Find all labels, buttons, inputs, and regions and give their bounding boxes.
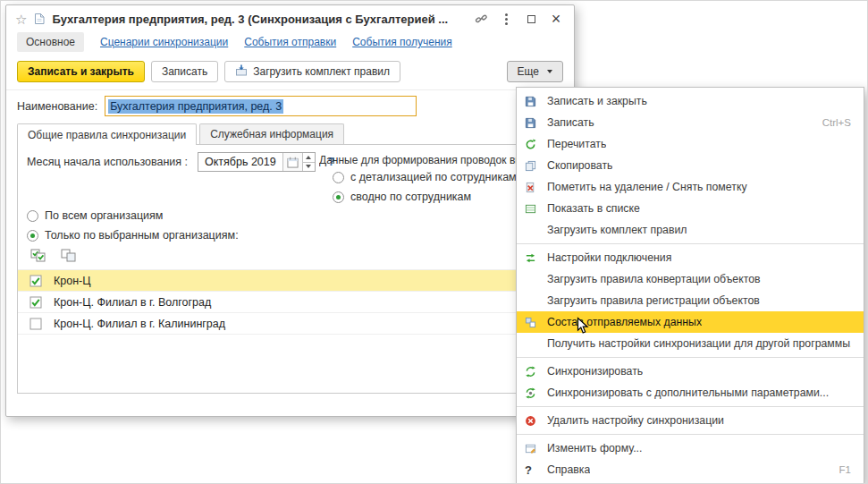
maximize-icon[interactable] (522, 10, 540, 28)
org-list: Крон-Ц Крон-Ц. Филиал в г. Волгоград Кро… (18, 269, 562, 335)
menu-item-label: Получить настройки синхронизации для дру… (547, 337, 851, 350)
more-actions-icon[interactable] (497, 10, 515, 28)
nav-bar: Основное Сценарии синхронизации События … (6, 30, 574, 57)
menu-item-label: Загрузить правила регистрации объектов (547, 294, 760, 307)
menu-item-synchronize[interactable]: Синхронизировать (517, 361, 864, 382)
menu-item-sent-data-composition[interactable]: Состав отправляемых данных (517, 311, 864, 333)
menu-item-label: Пометить на удаление / Снять пометку (547, 181, 747, 193)
name-value-selected: Бухгалтерия предприятия, ред. 3 (108, 99, 283, 114)
uncheck-all-button[interactable] (57, 246, 79, 264)
name-input[interactable]: Бухгалтерия предприятия, ред. 3 (105, 96, 417, 116)
tab-service-info[interactable]: Служебная информация (199, 123, 344, 144)
radio-detailed[interactable]: с детализацией по сотрудникам (333, 171, 517, 183)
menu-item-label: Настройки подключения (547, 251, 671, 264)
menu-item-edit-form[interactable]: Изменить форму... (517, 437, 864, 459)
tabs: Общие правила синхронизации Служебная ин… (6, 122, 574, 144)
mouse-cursor (577, 317, 591, 335)
radio-selected-orgs-label: Только по выбранным организациям: (45, 229, 239, 242)
org-row[interactable]: Крон-Ц. Филиал в г. Калининград (18, 313, 562, 335)
sync-settings-window: ☆ Бухгалтерия предприятия, ред. 3 (Синхр… (5, 4, 575, 417)
menu-item-save[interactable]: Записать Ctrl+S (517, 112, 864, 133)
save-button[interactable]: Записать (151, 61, 218, 82)
tab-general-rules[interactable]: Общие правила синхронизации (17, 123, 197, 145)
edit-form-icon (525, 441, 540, 455)
menu-item-label: Показать в списке (547, 202, 640, 215)
org-row[interactable]: Крон-Ц. Филиал в г. Волгоград (18, 292, 562, 313)
menu-item-label: Загрузить правила конвертации объектов (547, 273, 761, 285)
menu-item-label: Состав отправляемых данных (547, 316, 702, 328)
favorite-star-icon[interactable]: ☆ (15, 13, 27, 26)
no-icon (525, 272, 540, 286)
menu-item-mark-deletion[interactable]: Пометить на удаление / Снять пометку (517, 176, 864, 198)
name-label: Наименование: (17, 100, 97, 113)
menu-item-label: Перечитать (547, 138, 606, 150)
radio-selected-icon (333, 191, 344, 203)
general-rules-panel: Месяц начала использования : Октябрь 201… (17, 144, 563, 394)
menu-item-reread[interactable]: Перечитать (517, 133, 864, 155)
menu-item-load-conversion-rules[interactable]: Загрузить правила конвертации объектов (517, 268, 864, 290)
radio-all-orgs-label: По всем организациям (45, 209, 163, 222)
radio-selected-orgs[interactable]: Только по выбранным организациям: (27, 229, 239, 242)
more-button[interactable]: Еще (507, 61, 563, 82)
menu-item-label: Синхронизировать с дополнительными парам… (547, 386, 829, 399)
shortcut-label: Ctrl+S (812, 117, 851, 128)
menu-item-label: Загрузить комплект правил (547, 224, 687, 236)
nav-sync-scenarios[interactable]: Сценарии синхронизации (100, 36, 228, 48)
help-icon: ? (525, 463, 540, 477)
save-icon (525, 94, 540, 108)
menu-separator (517, 406, 864, 407)
menu-item-label: Удалить настройку синхронизации (547, 414, 724, 427)
radio-summary[interactable]: сводно по сотрудникам (333, 191, 471, 203)
more-menu: Записать и закрыть Записать Ctrl+S Переч… (516, 87, 864, 484)
checkbox-checked-icon[interactable] (29, 296, 42, 309)
sync-params-icon (525, 386, 540, 400)
spinner-down-icon[interactable] (303, 163, 315, 172)
menu-item-save-close[interactable]: Записать и закрыть (517, 90, 864, 112)
checkbox-unchecked-icon[interactable] (29, 318, 42, 330)
name-row: Наименование: Бухгалтерия предприятия, р… (6, 90, 574, 122)
month-value: Октябрь 2019 (198, 153, 282, 171)
save-close-button[interactable]: Записать и закрыть (17, 61, 145, 82)
list-icon (525, 201, 540, 216)
copy-icon (525, 158, 540, 173)
month-input[interactable]: Октябрь 2019 (198, 152, 316, 172)
more-button-label: Еще (518, 65, 539, 78)
menu-item-connection-settings[interactable]: Настройки подключения (517, 247, 864, 268)
get-link-icon[interactable] (472, 10, 490, 28)
shortcut-label: F1 (829, 464, 851, 475)
nav-send-events[interactable]: События отправки (244, 36, 336, 48)
menu-item-label: Справка (547, 463, 590, 476)
load-rules-button[interactable]: Загрузить комплект правил (224, 61, 400, 82)
menu-item-show-in-list[interactable]: Показать в списке (517, 198, 864, 219)
spinner-up-icon[interactable] (303, 153, 315, 163)
menu-item-help[interactable]: ? Справка F1 (517, 459, 864, 480)
nav-receive-events[interactable]: События получения (352, 36, 452, 48)
load-rules-icon (235, 64, 248, 79)
menu-item-load-rules[interactable]: Загрузить комплект правил (517, 219, 864, 241)
checkbox-checked-icon[interactable] (29, 275, 42, 287)
nav-main[interactable]: Основное (17, 32, 84, 52)
load-rules-label: Загрузить комплект правил (253, 65, 390, 78)
menu-item-synchronize-params[interactable]: Синхронизировать с дополнительными парам… (517, 382, 864, 403)
org-name: Крон-Ц. Филиал в г. Калининград (54, 318, 225, 330)
menu-item-label: Скопировать (547, 159, 612, 172)
menu-item-delete-sync-setting[interactable]: Удалить настройку синхронизации (517, 410, 864, 431)
menu-separator (517, 243, 864, 244)
org-name: Крон-Ц (54, 275, 91, 287)
check-all-button[interactable] (27, 246, 48, 264)
document-icon (34, 13, 45, 25)
close-icon[interactable]: × (547, 10, 565, 28)
menu-item-copy[interactable]: Скопировать (517, 155, 864, 176)
radio-all-orgs[interactable]: По всем организациям (27, 209, 163, 222)
save-icon (525, 115, 540, 130)
menu-item-get-sync-settings[interactable]: Получить настройки синхронизации для дру… (517, 333, 864, 354)
calendar-icon[interactable] (282, 153, 302, 171)
radio-selected-icon (27, 230, 38, 242)
menu-item-load-registration-rules[interactable]: Загрузить правила регистрации объектов (517, 290, 864, 311)
connection-icon (525, 250, 540, 265)
org-row[interactable]: Крон-Ц (18, 270, 562, 292)
month-spinner[interactable] (302, 153, 315, 171)
org-list-toolbar (27, 246, 79, 264)
delete-icon (525, 413, 540, 428)
radio-unselected-icon (333, 172, 344, 183)
